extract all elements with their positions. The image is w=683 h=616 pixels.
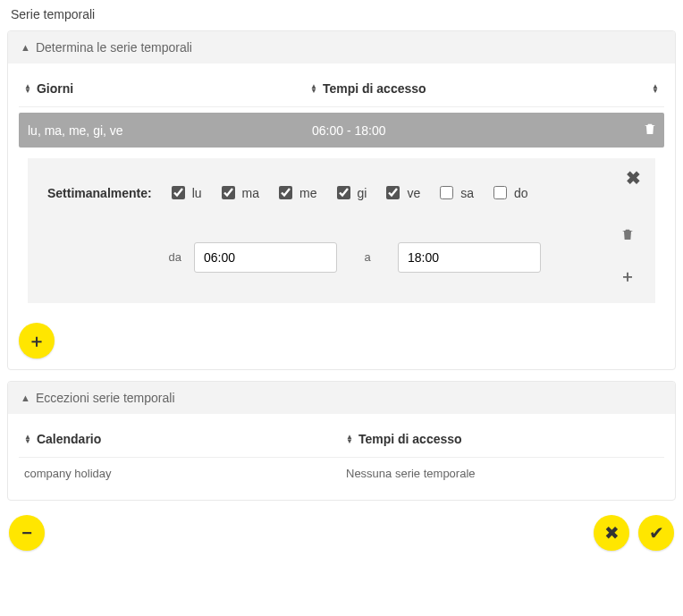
row-calendar: company holiday — [24, 467, 346, 480]
row-days: lu, ma, me, gi, ve — [26, 123, 312, 138]
to-label: a — [350, 250, 385, 264]
checkbox-lu[interactable]: lu — [168, 183, 202, 202]
day-label: me — [299, 186, 316, 200]
close-icon: ✖ — [604, 522, 620, 544]
sort-icon[interactable]: ▲▼ — [310, 84, 317, 93]
day-label: gi — [358, 186, 367, 200]
chevron-up-icon: ▲ — [21, 42, 30, 53]
checkbox-do[interactable]: do — [490, 183, 528, 202]
from-input[interactable] — [194, 242, 337, 273]
day-label: do — [514, 186, 528, 200]
plus-icon: ＋ — [28, 329, 46, 353]
row-times: 06:00 - 18:00 — [312, 123, 621, 138]
sort-icon[interactable]: ▲▼ — [24, 435, 31, 443]
sort-icon[interactable]: ▲▼ — [652, 84, 659, 93]
from-label: da — [47, 250, 181, 264]
add-button[interactable]: ＋ — [19, 323, 55, 359]
panel1-body: ▲▼ Giorni ▲▼ Tempi di accesso ▲▼ lu, ma,… — [8, 63, 675, 369]
editor-box: ✖ Settimanalmente: lu ma me gi ve sa do … — [28, 158, 655, 303]
side-icons: ＋ — [620, 227, 636, 287]
row-times: Nessuna serie temporale — [346, 467, 659, 480]
weekly-label: Settimanalmente: — [47, 186, 152, 200]
page-title: Serie temporali — [11, 7, 676, 21]
col-times2-label: Tempi di accesso — [358, 432, 462, 446]
panel-exceptions: ▲ Eccezioni serie temporali ▲▼ Calendari… — [7, 381, 676, 501]
col-days-label: Giorni — [37, 81, 73, 96]
sort-icon[interactable]: ▲▼ — [346, 435, 353, 443]
trash-icon[interactable] — [643, 122, 657, 139]
col-times-label: Tempi di accesso — [323, 81, 426, 96]
bottom-bar: − ✖ ✔ — [7, 511, 676, 554]
day-label: sa — [460, 186, 474, 200]
close-icon[interactable]: ✖ — [626, 167, 641, 189]
table-row[interactable]: company holiday Nessuna serie temporale — [19, 458, 664, 489]
panel1-title: Determina le serie temporali — [36, 40, 192, 55]
plus-icon[interactable]: ＋ — [620, 266, 636, 287]
table2-header: ▲▼ Calendario ▲▼ Tempi di accesso — [19, 425, 664, 458]
cancel-button[interactable]: ✖ — [594, 515, 629, 551]
time-row: da a ＋ — [47, 227, 636, 287]
day-label: ma — [242, 186, 259, 200]
checkbox-sa[interactable]: sa — [436, 183, 474, 202]
checkbox-me[interactable]: me — [275, 183, 316, 202]
chevron-up-icon: ▲ — [21, 392, 30, 403]
minus-icon: − — [21, 523, 32, 544]
checkbox-ma[interactable]: ma — [218, 183, 259, 202]
trash-icon[interactable] — [620, 227, 635, 246]
checkbox-gi[interactable]: gi — [333, 183, 367, 202]
confirm-button[interactable]: ✔ — [638, 515, 674, 551]
panel1-header[interactable]: ▲ Determina le serie temporali — [8, 31, 675, 63]
sort-icon[interactable]: ▲▼ — [24, 84, 31, 93]
weekly-row: Settimanalmente: lu ma me gi ve sa do — [47, 183, 636, 202]
to-input[interactable] — [398, 242, 541, 273]
panel2-body: ▲▼ Calendario ▲▼ Tempi di accesso compan… — [8, 414, 675, 500]
table1-header: ▲▼ Giorni ▲▼ Tempi di accesso ▲▼ — [19, 74, 664, 107]
day-label: ve — [407, 186, 420, 200]
col-calendar-label: Calendario — [37, 432, 101, 446]
day-label: lu — [192, 186, 202, 200]
checkbox-ve[interactable]: ve — [383, 183, 420, 202]
remove-button[interactable]: − — [9, 515, 45, 551]
check-icon: ✔ — [649, 522, 664, 544]
panel2-header[interactable]: ▲ Eccezioni serie temporali — [8, 382, 675, 414]
panel-time-series: ▲ Determina le serie temporali ▲▼ Giorni… — [7, 30, 676, 370]
table-row[interactable]: lu, ma, me, gi, ve 06:00 - 18:00 — [19, 113, 664, 148]
panel2-title: Eccezioni serie temporali — [36, 391, 175, 405]
